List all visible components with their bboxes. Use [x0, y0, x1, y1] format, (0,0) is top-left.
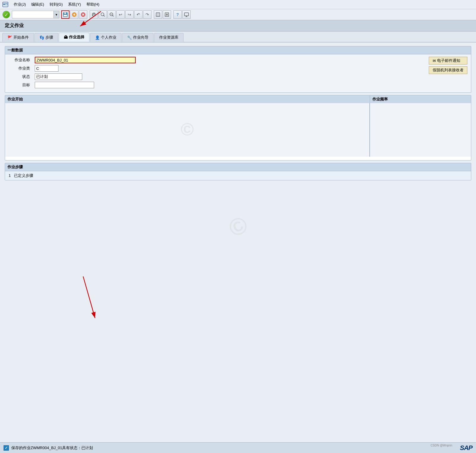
job-start-body: © — [5, 103, 370, 157]
search-button[interactable] — [99, 10, 107, 19]
general-data-body: 作业名称 作业类 状态 — [5, 54, 471, 92]
layout2-button[interactable] — [163, 10, 171, 19]
svg-line-19 — [113, 15, 113, 16]
svg-point-16 — [101, 13, 104, 16]
annotation-arrow-2 — [59, 273, 113, 327]
status-input[interactable] — [35, 73, 82, 80]
job-type-row: 作业类 — [9, 65, 417, 72]
svg-rect-3 — [6, 4, 7, 5]
main-content: 定义作业 🚩 开始条件 👣 步骤 🏔 作业选择 👤 个人作业 🔧 作业向导 — [0, 20, 476, 180]
next-button[interactable]: ↪ — [125, 10, 134, 19]
job-name-row: 作业名称 — [9, 57, 417, 63]
nav-home-button[interactable] — [79, 10, 87, 19]
command-dropdown[interactable]: ▼ — [53, 11, 59, 18]
right-buttons: ✉ 电子邮件通知 假脱机列表接收者 — [429, 57, 467, 74]
tab-job-sel[interactable]: 🏔 作业选择 — [59, 33, 89, 42]
job-name-input[interactable] — [35, 57, 136, 63]
menu-job[interactable]: 作业(J) — [11, 1, 28, 8]
command-input[interactable] — [12, 11, 59, 18]
email-icon: ✉ — [433, 59, 436, 63]
job-start-section: 作业开始 © 作业频率 — [5, 95, 471, 161]
screen-button[interactable] — [182, 10, 191, 19]
toolbar: ✓ ▼ — [0, 9, 476, 20]
step-row-0: 1 已定义步骤 — [5, 171, 471, 180]
job-steps-section: 作业步骤 1 已定义步骤 — [5, 163, 471, 180]
svg-rect-25 — [184, 13, 189, 16]
print-button[interactable] — [90, 10, 98, 19]
status-check-icon: ✓ — [4, 445, 9, 451]
general-data-section: 一般数据 作业名称 作业类 — [5, 46, 471, 93]
job-name-label: 作业名称 — [9, 57, 32, 63]
start-freq-panels: 作业开始 © 作业频率 — [5, 95, 471, 157]
prev2-button[interactable]: ↶ — [134, 10, 143, 19]
save-button[interactable] — [61, 10, 69, 19]
tab-job-sel-icon: 🏔 — [64, 35, 68, 40]
statusbar-right: SAP — [460, 444, 472, 452]
command-input-wrap: ▼ — [12, 11, 59, 18]
csdn-watermark: CSDN @Wnprin — [431, 444, 452, 447]
job-type-input[interactable] — [35, 65, 58, 72]
tab-start-icon: 🚩 — [7, 35, 12, 40]
page-title: 定义作业 — [0, 20, 476, 32]
job-steps-header: 作业步骤 — [5, 163, 471, 171]
svg-rect-7 — [64, 13, 65, 14]
menu-goto[interactable]: 转到(G) — [47, 1, 65, 8]
tab-resource[interactable]: 作业资源库 — [154, 33, 184, 42]
tab-wizard-icon: 🔧 — [127, 35, 132, 40]
job-start-panel: 作业开始 © — [5, 95, 370, 157]
target-label: 目标 — [9, 82, 32, 88]
job-start-watermark: © — [7, 106, 367, 153]
layout1-button[interactable] — [154, 10, 162, 19]
statusbar-left: ✓ 保存的作业ZWMR004_BJ_01具有状态：已计划 — [4, 445, 93, 451]
app-icon — [2, 1, 8, 7]
status-row: 状态 — [9, 73, 417, 80]
menu-system[interactable]: 系统(Y) — [66, 1, 83, 8]
offline-list-button[interactable]: 假脱机列表接收者 — [429, 66, 467, 74]
svg-rect-5 — [64, 12, 66, 14]
sap-logo: SAP — [460, 444, 472, 452]
tab-steps-icon: 👣 — [39, 35, 44, 40]
svg-rect-6 — [64, 15, 67, 16]
menu-edit[interactable]: 编辑(E) — [29, 1, 46, 8]
menubar: 作业(J) 编辑(E) 转到(G) 系统(Y) 帮助(H) — [0, 0, 476, 9]
nav-back-button[interactable] — [70, 10, 78, 19]
step-description: 已定义步骤 — [14, 173, 33, 178]
target-input[interactable] — [35, 82, 94, 88]
job-steps-body: 1 已定义步骤 — [5, 171, 471, 180]
svg-rect-15 — [93, 15, 95, 16]
prev-button[interactable]: ↩ — [116, 10, 125, 19]
svg-rect-2 — [3, 4, 5, 5]
tab-personal[interactable]: 👤 个人作业 — [90, 33, 121, 42]
tab-bar: 🚩 开始条件 👣 步骤 🏔 作业选择 👤 个人作业 🔧 作业向导 作业资源库 — [0, 32, 476, 43]
svg-line-31 — [83, 276, 95, 318]
step-number: 1 — [9, 173, 11, 178]
tab-start[interactable]: 🚩 开始条件 — [2, 33, 34, 42]
next2-button[interactable]: ↷ — [143, 10, 151, 19]
svg-line-17 — [104, 15, 105, 16]
help-button[interactable]: ? — [173, 10, 182, 19]
job-freq-header: 作业频率 — [370, 95, 471, 103]
tab-wizard[interactable]: 🔧 作业向导 — [122, 33, 154, 42]
statusbar: ✓ 保存的作业ZWMR004_BJ_01具有状态：已计划 SAP — [0, 442, 476, 453]
general-data-header: 一般数据 — [5, 46, 471, 54]
job-type-label: 作业类 — [9, 66, 32, 71]
check-button[interactable]: ✓ — [2, 11, 10, 18]
email-notify-button[interactable]: ✉ 电子邮件通知 — [429, 57, 467, 65]
statusbar-text: 保存的作业ZWMR004_BJ_01具有状态：已计划 — [11, 445, 93, 451]
search2-button[interactable] — [107, 10, 116, 19]
target-row: 目标 — [9, 82, 417, 88]
menu-help[interactable]: 帮助(H) — [84, 1, 102, 8]
tab-personal-icon: 👤 — [95, 35, 100, 40]
status-label: 状态 — [9, 74, 32, 79]
job-frequency-panel: 作业频率 — [370, 95, 471, 157]
tab-steps[interactable]: 👣 步骤 — [34, 33, 58, 42]
job-freq-body — [370, 103, 471, 157]
svg-rect-24 — [166, 14, 168, 15]
job-start-header: 作业开始 — [5, 95, 370, 103]
